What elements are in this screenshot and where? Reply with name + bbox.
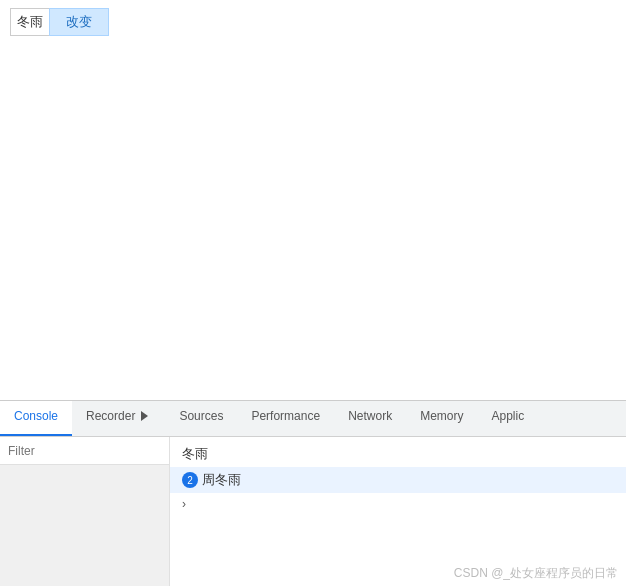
input-row: 冬雨 改变	[10, 8, 109, 36]
tab-memory[interactable]: Memory	[406, 401, 477, 436]
watermark: CSDN @_处女座程序员的日常	[454, 565, 618, 582]
console-output: 冬雨 2 周冬雨 ›	[170, 437, 626, 519]
devtools-content: 冬雨 2 周冬雨 › CSDN @_处女座程序员的日常	[0, 437, 626, 586]
console-line-1: 冬雨	[170, 441, 626, 467]
page-area: 冬雨 改变	[0, 0, 626, 400]
sidebar-content	[0, 465, 169, 586]
console-text-1: 冬雨	[182, 445, 208, 463]
tab-performance[interactable]: Performance	[237, 401, 334, 436]
tabs-bar: Console Recorder Sources Performance Net…	[0, 401, 626, 437]
tab-memory-label: Memory	[420, 409, 463, 423]
tab-console-label: Console	[14, 409, 58, 423]
devtools-main: 冬雨 2 周冬雨 › CSDN @_处女座程序员的日常	[170, 437, 626, 586]
tab-recorder-label: Recorder	[86, 409, 135, 423]
console-text-2: 周冬雨	[202, 471, 241, 489]
tab-applic-label: Applic	[491, 409, 524, 423]
tab-sources[interactable]: Sources	[165, 401, 237, 436]
change-button[interactable]: 改变	[49, 8, 109, 36]
expand-arrow[interactable]: ›	[170, 493, 626, 515]
filter-input[interactable]	[8, 444, 161, 458]
recorder-icon	[139, 410, 151, 422]
filter-bar	[0, 437, 169, 465]
info-badge: 2	[182, 472, 198, 488]
console-line-2: 2 周冬雨	[170, 467, 626, 493]
tab-sources-label: Sources	[179, 409, 223, 423]
devtools-sidebar	[0, 437, 170, 586]
devtools-panel: Console Recorder Sources Performance Net…	[0, 400, 626, 586]
tab-network-label: Network	[348, 409, 392, 423]
tab-performance-label: Performance	[251, 409, 320, 423]
tab-recorder[interactable]: Recorder	[72, 401, 165, 436]
tab-network[interactable]: Network	[334, 401, 406, 436]
tab-console[interactable]: Console	[0, 401, 72, 436]
svg-marker-0	[141, 411, 148, 421]
tab-applic[interactable]: Applic	[477, 401, 538, 436]
input-label: 冬雨	[10, 8, 49, 36]
